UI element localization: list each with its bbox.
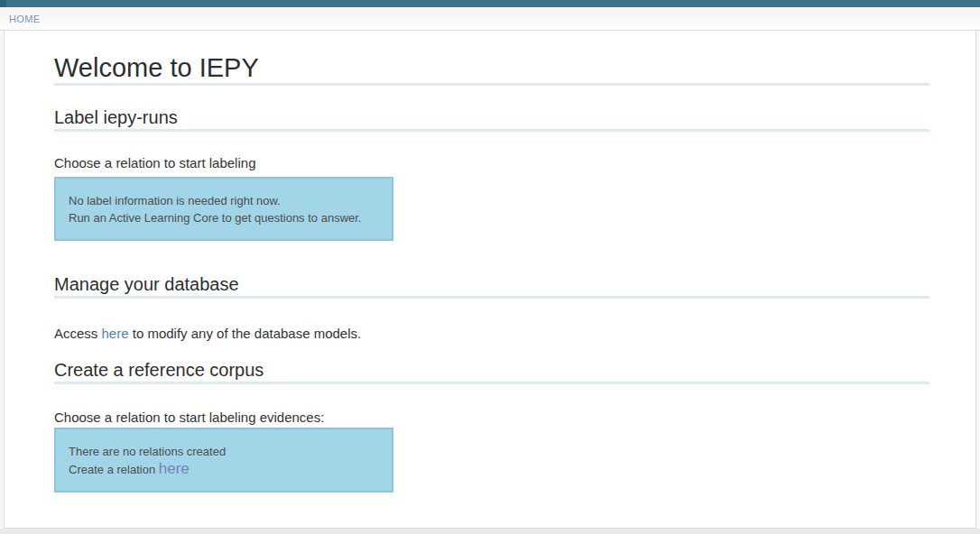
access-text-prefix: Access [54,326,102,341]
section-heading-manage-database: Manage your database [54,274,929,299]
reference-corpus-intro: Choose a relation to start labeling evid… [54,410,929,425]
section-heading-reference-corpus: Create a reference corpus [54,360,929,384]
info-box-line: No label information is needed right now… [69,194,379,207]
page-title: Welcome to IEPY [54,54,929,86]
content-card: Welcome to IEPY Label iepy-runs Choose a… [4,31,976,529]
manage-database-here-link[interactable]: here [102,326,129,341]
access-text-suffix: to modify any of the database models. [129,326,362,341]
breadcrumb-home-link[interactable]: HOME [9,14,41,24]
label-runs-info-box: No label information is needed right now… [54,177,393,241]
info-box-line: Create a relation here [69,462,379,476]
info-box-line: Run an Active Learning Core to get quest… [69,211,379,225]
create-relation-text: Create a relation [69,463,159,476]
page-footer-strip [0,529,980,534]
section-heading-label-runs: Label iepy-runs [54,107,929,132]
create-relation-here-link[interactable]: here [159,460,190,477]
breadcrumb: HOME [0,7,980,31]
top-bar-accent [0,0,6,7]
reference-corpus-info-box: There are no relations created Create a … [54,428,393,493]
label-runs-intro: Choose a relation to start labeling [54,155,929,170]
top-bar [0,0,980,7]
manage-database-text: Access here to modify any of the databas… [54,326,929,341]
info-box-line: There are no relations created [69,445,379,458]
